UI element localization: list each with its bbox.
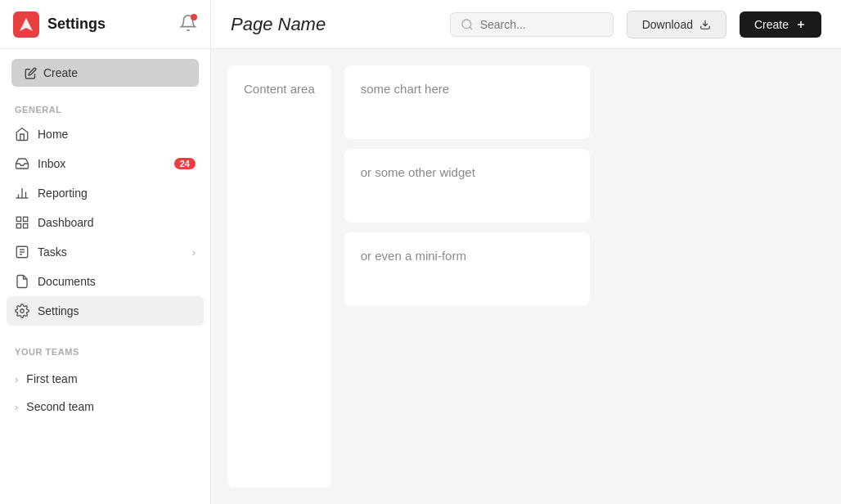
svg-point-15	[462, 20, 471, 29]
svg-rect-6	[16, 217, 20, 221]
search-bar	[450, 12, 614, 37]
chart-widget: some chart here	[344, 65, 590, 139]
right-widgets: some chart here or some other widget or …	[344, 65, 590, 488]
sidebar: Settings Create GENERAL Home	[0, 0, 211, 504]
sidebar-item-first-team[interactable]: › First team	[7, 365, 204, 393]
documents-icon	[15, 274, 29, 289]
settings-icon	[15, 304, 29, 318]
mini-form-label: or even a mini-form	[361, 249, 466, 263]
second-team-label: Second team	[26, 400, 94, 413]
svg-rect-9	[16, 224, 20, 228]
sidebar-title: Settings	[47, 16, 106, 33]
sidebar-item-inbox[interactable]: Inbox 24	[7, 149, 204, 178]
general-section-label: GENERAL	[0, 97, 210, 119]
main-area: Page Name Download Create	[211, 0, 841, 504]
svg-line-16	[470, 27, 472, 29]
create-button[interactable]: Create	[740, 11, 821, 38]
first-team-label: First team	[26, 372, 77, 385]
plus-icon	[795, 19, 807, 30]
download-label: Download	[642, 18, 693, 31]
download-icon	[699, 19, 711, 30]
sidebar-item-dashboard-label: Dashboard	[38, 216, 94, 229]
second-team-chevron-icon: ›	[15, 401, 18, 413]
sidebar-item-dashboard[interactable]: Dashboard	[7, 208, 204, 237]
search-input[interactable]	[480, 18, 587, 31]
your-teams-section-label: YOUR TEAMS	[0, 339, 210, 362]
first-team-chevron-icon: ›	[15, 373, 18, 385]
tasks-icon	[15, 245, 29, 259]
sidebar-create-button[interactable]: Create	[11, 59, 199, 87]
search-icon	[461, 18, 474, 31]
sidebar-item-inbox-label: Inbox	[38, 157, 65, 170]
other-widget: or some other widget	[344, 149, 590, 223]
dashboard-icon	[15, 215, 29, 230]
sidebar-header: Settings	[0, 0, 210, 49]
other-widget-label: or some other widget	[361, 165, 475, 179]
sidebar-item-tasks-label: Tasks	[38, 245, 67, 259]
download-button[interactable]: Download	[627, 11, 726, 38]
content-area-label: Content area	[244, 82, 315, 96]
mini-form-widget: or even a mini-form	[344, 232, 590, 306]
topbar: Page Name Download Create	[211, 0, 841, 49]
sidebar-item-tasks[interactable]: Tasks ›	[7, 237, 204, 267]
chart-label: some chart here	[361, 82, 449, 96]
page-title: Page Name	[231, 14, 437, 35]
content-area: Content area some chart here or some oth…	[211, 49, 841, 504]
home-icon	[15, 127, 29, 142]
logo-icon	[13, 11, 39, 38]
main-content-card: Content area	[227, 65, 331, 488]
sidebar-item-settings-label: Settings	[38, 304, 79, 317]
sidebar-item-reporting[interactable]: Reporting	[7, 178, 204, 208]
pencil-icon	[25, 67, 37, 79]
sidebar-nav: Home Inbox 24 Reporting	[0, 119, 210, 326]
inbox-icon	[15, 156, 29, 171]
bell-icon[interactable]	[179, 14, 197, 35]
tasks-chevron-icon: ›	[192, 246, 196, 259]
svg-point-14	[20, 309, 25, 313]
sidebar-item-documents[interactable]: Documents	[7, 267, 204, 296]
svg-rect-8	[24, 224, 28, 228]
create-label: Create	[754, 18, 789, 31]
sidebar-item-settings[interactable]: Settings	[7, 296, 204, 326]
sidebar-item-home[interactable]: Home	[7, 119, 204, 149]
teams-section: › First team › Second team	[0, 365, 210, 421]
reporting-icon	[15, 186, 29, 200]
inbox-badge: 24	[174, 158, 196, 169]
bell-notification-dot	[191, 14, 197, 20]
svg-rect-7	[24, 217, 28, 221]
sidebar-create-label: Create	[43, 66, 78, 79]
sidebar-item-reporting-label: Reporting	[38, 187, 88, 200]
sidebar-item-documents-label: Documents	[38, 275, 96, 288]
sidebar-item-home-label: Home	[38, 128, 68, 141]
sidebar-item-second-team[interactable]: › Second team	[7, 393, 204, 421]
